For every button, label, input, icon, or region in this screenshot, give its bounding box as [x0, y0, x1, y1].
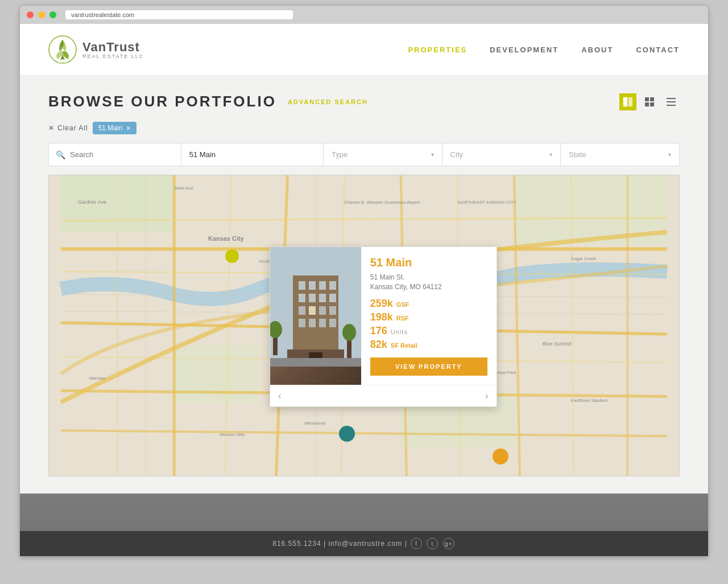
svg-rect-9: [667, 105, 676, 106]
view-controls: [619, 93, 680, 110]
type-chevron: ▾: [431, 151, 434, 158]
popup-address: 51 Main St. Kansas City, MO 64112: [370, 273, 487, 292]
search-input[interactable]: [70, 150, 174, 159]
popup-title-num: 51: [370, 256, 383, 269]
svg-rect-54: [299, 281, 305, 290]
map-marker-yellow[interactable]: [225, 249, 239, 263]
minimize-dot[interactable]: [38, 11, 45, 18]
search-icon: 🔍: [56, 150, 65, 159]
social-googleplus[interactable]: g+: [443, 538, 454, 549]
footer-bar: 816.555.1234 | info@vantrustre.com | f t…: [20, 531, 708, 556]
svg-rect-1: [623, 97, 627, 106]
map-container[interactable]: Gardner Ave State Ave Charles B. Wheeler…: [48, 175, 680, 476]
portfolio-title: BROWSE OUR PORTFOLIO: [48, 93, 276, 110]
clear-all-x: ✕: [48, 124, 55, 132]
nav-about[interactable]: ABOUT: [581, 46, 613, 54]
grid-view-icon: [644, 97, 655, 107]
stat-unit-rsf: RSF: [396, 315, 409, 322]
state-select[interactable]: State ▾: [561, 143, 679, 166]
svg-text:State Ave: State Ave: [174, 186, 193, 191]
svg-rect-62: [299, 306, 305, 315]
list-view-button[interactable]: [663, 93, 680, 110]
popup-stats: 259k GSF 198k RSF 176 Un: [370, 298, 487, 351]
nav-contact[interactable]: CONTACT: [636, 46, 680, 54]
popup-title-name: Main: [386, 256, 412, 269]
role-input-wrap: [181, 143, 324, 166]
portfolio-title-area: BROWSE OUR PORTFOLIO ADVANCED SEARCH: [48, 93, 368, 110]
popup-title: 51 Main: [370, 256, 487, 269]
map-marker-orange[interactable]: [493, 449, 508, 464]
clear-all-label: Clear All: [57, 124, 88, 132]
logo-icon: [48, 35, 77, 64]
svg-rect-8: [667, 101, 676, 102]
popup-image: [270, 247, 361, 385]
svg-text:Gardner Ave: Gardner Ave: [78, 199, 106, 205]
footer-separator2: |: [405, 540, 410, 548]
logo-area: VanTrust REAL ESTATE LLC: [48, 35, 144, 64]
site-header: VanTrust REAL ESTATE LLC PROPERTIES DEVE…: [20, 24, 708, 76]
svg-text:Merriam: Merriam: [89, 376, 106, 381]
svg-point-74: [342, 324, 356, 341]
svg-rect-59: [309, 294, 316, 302]
svg-rect-63: [309, 306, 316, 315]
popup-info: 51 Main 51 Main St. Kansas City, MO 6411…: [361, 247, 497, 385]
stat-num-units: 176: [370, 325, 387, 337]
svg-text:NORTHEAST KANSAS CITY: NORTHEAST KANSAS CITY: [457, 200, 516, 205]
stat-label-units: Units: [391, 328, 408, 335]
svg-rect-69: [329, 319, 336, 327]
footer-phone: 816.555.1234: [272, 540, 321, 548]
svg-text:Westwood: Westwood: [304, 421, 325, 426]
role-input[interactable]: [181, 143, 323, 166]
svg-rect-68: [319, 319, 326, 327]
popup-next-button[interactable]: ›: [485, 390, 489, 402]
svg-rect-60: [319, 294, 326, 302]
filter-tag-label: 51 Main: [98, 124, 123, 132]
svg-rect-5: [645, 102, 649, 106]
svg-rect-4: [650, 97, 654, 101]
maximize-dot[interactable]: [49, 11, 56, 18]
list-view-icon: [666, 97, 676, 107]
map-view-icon: [623, 97, 633, 107]
city-select[interactable]: City ▾: [442, 143, 561, 166]
search-input-wrap: 🔍: [49, 143, 181, 166]
nav-development[interactable]: DEVELOPMENT: [490, 46, 559, 54]
svg-rect-3: [645, 97, 649, 101]
url-bar[interactable]: vantrustrealestate.com: [65, 10, 293, 19]
stat-num-gsf: 259k: [370, 298, 393, 310]
filter-bar: ✕ Clear All 51 Main ×: [48, 122, 680, 134]
nav-properties[interactable]: PROPERTIES: [408, 46, 467, 54]
grid-view-button[interactable]: [641, 93, 658, 110]
stat-num-rsf: 198k: [370, 311, 393, 323]
svg-text:Charles B. Wheeler Downtown Ai: Charles B. Wheeler Downtown Airport: [344, 200, 420, 205]
active-filter-tag: 51 Main ×: [93, 122, 136, 134]
map-marker-teal[interactable]: [339, 426, 355, 442]
stat-unit-gsf: GSF: [396, 301, 410, 308]
city-placeholder: City: [450, 150, 463, 159]
main-content: BROWSE OUR PORTFOLIO ADVANCED SEARCH: [20, 76, 708, 493]
footer-section: 816.555.1234 | info@vantrustre.com | f t…: [20, 493, 708, 556]
state-placeholder: State: [569, 150, 586, 159]
building-illustration: [270, 247, 361, 367]
filter-tag-close[interactable]: ×: [126, 124, 130, 132]
close-dot[interactable]: [27, 11, 34, 18]
footer-email: info@vantrustre.com: [328, 540, 402, 548]
popup-city: Kansas City, MO 64112: [370, 282, 487, 292]
svg-text:Kansas City: Kansas City: [208, 235, 245, 242]
type-placeholder: Type: [332, 150, 348, 159]
svg-rect-66: [299, 319, 305, 327]
popup-prev-button[interactable]: ‹: [278, 390, 282, 402]
map-popup: 51 Main 51 Main St. Kansas City, MO 6411…: [270, 246, 497, 407]
stat-unit-retail: SF Retail: [391, 342, 417, 349]
type-select[interactable]: Type ▾: [324, 143, 442, 166]
advanced-search-link[interactable]: ADVANCED SEARCH: [288, 98, 368, 105]
search-row: 🔍 Type ▾ City ▾: [48, 143, 680, 166]
map-view-button[interactable]: [619, 93, 636, 110]
state-chevron: ▾: [668, 151, 671, 158]
view-property-button[interactable]: VIEW PROPERTY: [370, 357, 487, 376]
clear-all-button[interactable]: ✕ Clear All: [48, 124, 88, 132]
social-twitter[interactable]: t: [427, 538, 438, 549]
social-facebook[interactable]: f: [411, 538, 422, 549]
popup-street: 51 Main St.: [370, 273, 487, 282]
stat-row-gsf: 259k GSF: [370, 298, 487, 310]
stat-row-units: 176 Units: [370, 325, 487, 337]
